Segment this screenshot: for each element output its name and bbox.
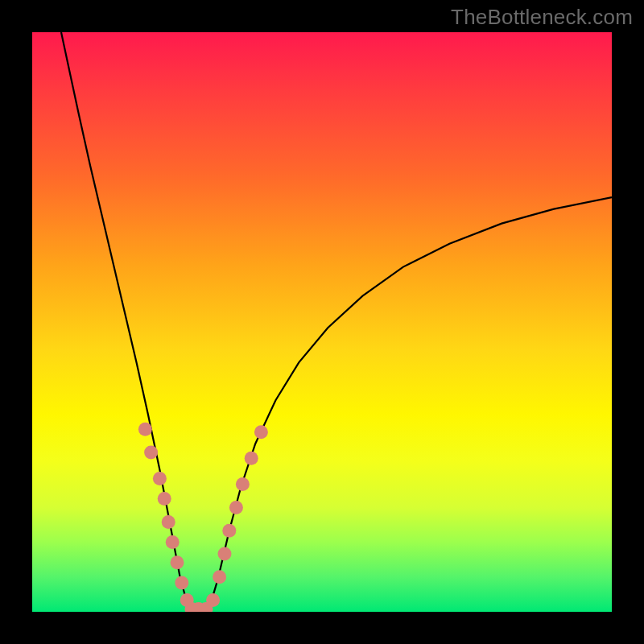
data-marker <box>162 515 175 529</box>
data-marker <box>166 535 180 549</box>
data-marker <box>153 472 167 485</box>
data-marker <box>175 576 188 590</box>
marker-group <box>138 423 268 612</box>
data-marker <box>171 555 184 569</box>
data-marker <box>222 524 236 538</box>
data-marker <box>138 423 152 436</box>
watermark-text: TheBottleneck.com <box>451 5 633 30</box>
data-marker <box>254 425 268 439</box>
chart-frame: TheBottleneck.com <box>0 0 644 644</box>
curve-right-branch <box>209 197 612 609</box>
plot-area <box>32 32 612 612</box>
data-marker <box>158 492 171 506</box>
data-marker <box>218 547 232 561</box>
data-marker <box>245 452 258 465</box>
data-marker <box>236 477 250 491</box>
data-marker <box>229 501 243 514</box>
data-marker <box>206 593 220 607</box>
data-marker <box>213 570 226 584</box>
curve-layer <box>32 32 612 612</box>
data-marker <box>144 446 158 460</box>
